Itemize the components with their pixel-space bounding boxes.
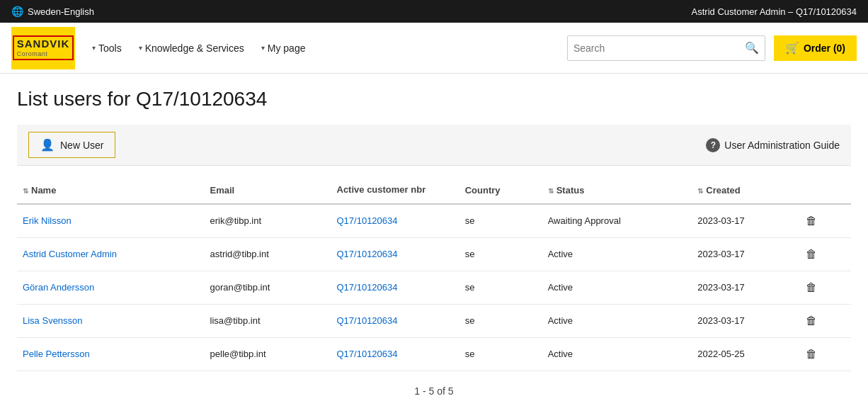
- nav-item-mypage[interactable]: ▾ My page: [261, 43, 306, 54]
- table-header-row: ⇅Name Email Active customer nbr Country …: [17, 177, 851, 204]
- cell-name: Lisa Svensson: [17, 304, 205, 337]
- logo-text: SANDVIK: [17, 38, 70, 50]
- delete-button[interactable]: 🗑: [801, 213, 821, 229]
- delete-button[interactable]: 🗑: [801, 313, 821, 329]
- cell-status: Active: [542, 304, 692, 337]
- cell-email: goran@tibp.int: [205, 271, 331, 304]
- pagination: 1 - 5 of 5: [17, 371, 851, 401]
- sort-icon: ⇅: [23, 187, 28, 195]
- cell-customer-nbr: Q17/10120634: [331, 204, 459, 238]
- pagination-label: 1 - 5 of 5: [414, 385, 453, 397]
- table-row: Göran Andersson goran@tibp.int Q17/10120…: [17, 271, 851, 304]
- user-table: ⇅Name Email Active customer nbr Country …: [17, 177, 851, 371]
- globe-icon: 🌐: [11, 6, 23, 17]
- user-link[interactable]: Astrid Customer Admin: [23, 249, 117, 259]
- sort-icon: ⇅: [548, 187, 554, 195]
- nav-bar: SANDVIK Coromant ▾ Tools ▾ Knowledge & S…: [0, 23, 868, 74]
- user-info: Astrid Customer Admin – Q17/10120634: [692, 6, 857, 17]
- chevron-icon: ▾: [92, 44, 96, 52]
- col-country: Country: [459, 177, 542, 204]
- cell-customer-nbr: Q17/10120634: [331, 271, 459, 304]
- cell-name: Erik Nilsson: [17, 204, 205, 238]
- new-user-button[interactable]: 👤 New User: [28, 132, 115, 158]
- cell-country: se: [459, 204, 542, 238]
- cell-delete: 🗑: [796, 304, 851, 337]
- help-icon: ?: [706, 138, 720, 152]
- delete-button[interactable]: 🗑: [801, 346, 821, 362]
- nav-item-tools[interactable]: ▾ Tools: [92, 43, 122, 54]
- cell-delete: 🗑: [796, 237, 851, 271]
- user-link[interactable]: Erik Nilsson: [23, 215, 72, 226]
- order-label: Order (0): [804, 43, 845, 54]
- cell-customer-nbr: Q17/10120634: [331, 237, 459, 271]
- cell-name: Göran Andersson: [17, 271, 205, 304]
- delete-button[interactable]: 🗑: [801, 247, 821, 262]
- cell-delete: 🗑: [796, 271, 851, 304]
- cell-customer-nbr: Q17/10120634: [331, 337, 459, 371]
- nav-item-knowledge[interactable]: ▾ Knowledge & Services: [139, 43, 244, 54]
- cell-email: pelle@tibp.int: [205, 337, 331, 371]
- nav-item-tools-label: Tools: [98, 43, 122, 54]
- cell-created: 2022-05-25: [692, 337, 796, 371]
- chevron-icon: ▾: [139, 44, 142, 52]
- table-row: Erik Nilsson erik@tibp.int Q17/10120634 …: [17, 204, 851, 238]
- col-created[interactable]: ⇅Created: [692, 177, 796, 204]
- cell-email: lisa@tibp.int: [205, 304, 331, 337]
- search-icon[interactable]: 🔍: [745, 41, 759, 55]
- cell-name: Pelle Pettersson: [17, 337, 205, 371]
- logo[interactable]: SANDVIK Coromant: [11, 27, 75, 69]
- new-user-label: New User: [60, 140, 103, 151]
- search-box[interactable]: 🔍: [567, 35, 765, 61]
- page-title: List users for Q17/10120634: [17, 88, 851, 111]
- cell-status: Active: [542, 337, 692, 371]
- locale-label: Sweden-English: [28, 6, 94, 17]
- cell-delete: 🗑: [796, 337, 851, 371]
- cart-icon: 🛒: [785, 41, 799, 55]
- user-link[interactable]: Pelle Pettersson: [23, 349, 90, 359]
- nav-item-mypage-label: My page: [268, 43, 306, 54]
- cell-created: 2023-03-17: [692, 237, 796, 271]
- table-row: Pelle Pettersson pelle@tibp.int Q17/1012…: [17, 337, 851, 371]
- search-input[interactable]: [573, 43, 739, 54]
- nav-links: ▾ Tools ▾ Knowledge & Services ▾ My page: [92, 43, 567, 54]
- cell-country: se: [459, 271, 542, 304]
- toolbar: 👤 New User ? User Administration Guide: [17, 125, 851, 166]
- table-row: Astrid Customer Admin astrid@tibp.int Q1…: [17, 237, 851, 271]
- guide-link[interactable]: ? User Administration Guide: [706, 138, 840, 152]
- cell-status: Active: [542, 237, 692, 271]
- cell-status: Active: [542, 271, 692, 304]
- cell-customer-nbr: Q17/10120634: [331, 304, 459, 337]
- top-bar: 🌐 Sweden-English Astrid Customer Admin –…: [0, 0, 868, 23]
- page-content: List users for Q17/10120634 👤 New User ?…: [0, 74, 868, 401]
- col-email: Email: [205, 177, 331, 204]
- nav-item-knowledge-label: Knowledge & Services: [145, 43, 244, 54]
- cell-created: 2023-03-17: [692, 204, 796, 238]
- cell-name: Astrid Customer Admin: [17, 237, 205, 271]
- cell-email: erik@tibp.int: [205, 204, 331, 238]
- sort-icon: ⇅: [697, 187, 703, 195]
- cell-created: 2023-03-17: [692, 304, 796, 337]
- search-area: 🔍 🛒 Order (0): [567, 35, 857, 61]
- cell-email: astrid@tibp.int: [205, 237, 331, 271]
- locale-area[interactable]: 🌐 Sweden-English: [11, 6, 94, 17]
- chevron-icon: ▾: [261, 44, 265, 52]
- cell-created: 2023-03-17: [692, 271, 796, 304]
- user-link[interactable]: Lisa Svensson: [23, 315, 83, 326]
- logo-sub: Coromant: [17, 50, 70, 57]
- user-link[interactable]: Göran Andersson: [23, 282, 94, 293]
- col-active-customer: Active customer nbr: [331, 177, 459, 204]
- cell-status: Awaiting Approval: [542, 204, 692, 238]
- cell-country: se: [459, 337, 542, 371]
- cell-delete: 🗑: [796, 204, 851, 238]
- user-icon: 👤: [40, 138, 55, 152]
- order-button[interactable]: 🛒 Order (0): [774, 35, 857, 61]
- table-row: Lisa Svensson lisa@tibp.int Q17/10120634…: [17, 304, 851, 337]
- col-status[interactable]: ⇅Status: [542, 177, 692, 204]
- delete-button[interactable]: 🗑: [801, 280, 821, 295]
- col-actions: [796, 177, 851, 204]
- col-name[interactable]: ⇅Name: [17, 177, 205, 204]
- cell-country: se: [459, 304, 542, 337]
- cell-country: se: [459, 237, 542, 271]
- guide-label: User Administration Guide: [724, 140, 840, 151]
